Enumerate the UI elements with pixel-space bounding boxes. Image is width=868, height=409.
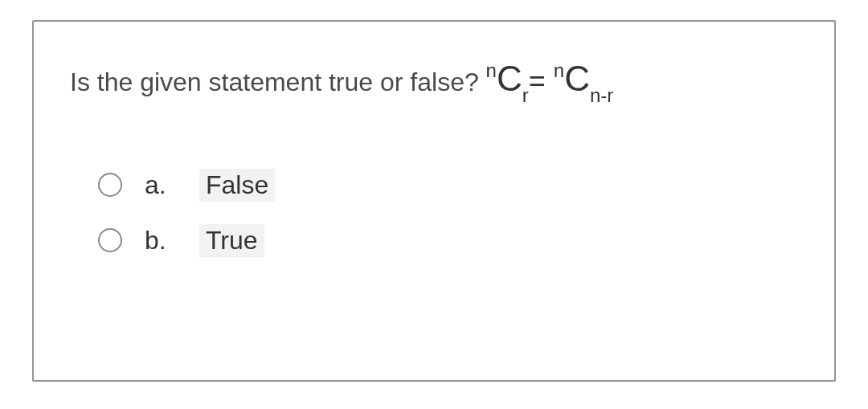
- formula-presup-1: n: [486, 59, 497, 81]
- options-list: a. False b. True: [70, 169, 798, 257]
- question-prompt: Is the given statement true or false? nC…: [70, 54, 798, 104]
- question-card: Is the given statement true or false? nC…: [32, 20, 836, 382]
- option-row[interactable]: a. False: [98, 169, 798, 202]
- formula-eq: =: [529, 64, 554, 97]
- option-row[interactable]: b. True: [98, 224, 798, 257]
- radio-icon[interactable]: [98, 228, 122, 252]
- formula-presup-2: n: [554, 59, 564, 81]
- formula-c-1: C: [497, 59, 522, 98]
- formula-sub-2: n-r: [590, 84, 613, 106]
- radio-icon[interactable]: [98, 173, 122, 197]
- option-letter: b.: [145, 226, 177, 256]
- formula-c-2: C: [564, 59, 590, 98]
- option-letter: a.: [145, 170, 177, 200]
- question-text: Is the given statement true or false?: [70, 67, 486, 96]
- formula-sub-1: r: [522, 84, 529, 106]
- option-text: True: [199, 224, 264, 257]
- formula: nCr= nCn-r: [486, 64, 614, 97]
- option-text: False: [199, 169, 275, 202]
